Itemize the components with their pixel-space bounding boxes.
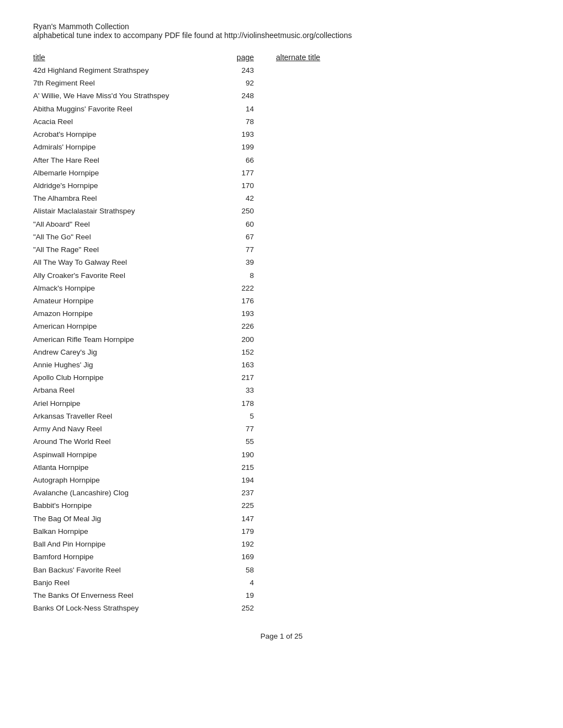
table-row: Autograph Hornpipe194 [33,474,530,486]
tune-page: 243 [210,64,254,77]
table-row: The Alhambra Reel42 [33,192,530,205]
table-row: American Hornpipe226 [33,320,530,333]
tune-title: Ariel Hornpipe [33,397,210,410]
tune-title: Acrobat's Hornpipe [33,128,210,141]
tune-page: 192 [210,538,254,550]
tune-title: American Rifle Team Hornpipe [33,333,210,346]
tune-page: 147 [210,512,254,525]
table-row: After The Hare Reel66 [33,154,530,167]
tune-page: 55 [210,435,254,448]
tune-title: Arbana Reel [33,384,210,397]
tune-page: 60 [210,218,254,231]
tune-title: Almack's Hornpipe [33,282,210,295]
tune-title: Acacia Reel [33,115,210,128]
tune-title: "All The Go" Reel [33,231,210,243]
header-block: Ryan's Mammoth Collection alphabetical t… [33,22,530,40]
tune-title: "All The Rage" Reel [33,243,210,256]
table-row: Avalanche (Lancashire) Clog237 [33,486,530,499]
tune-title: Albemarle Hornpipe [33,167,210,179]
tune-page: 248 [210,89,254,102]
table-row: Aspinwall Hornpipe190 [33,448,530,461]
table-row: Atlanta Hornpipe215 [33,461,530,474]
tune-title: Andrew Carey's Jig [33,346,210,358]
tune-page: 39 [210,256,254,269]
tune-page: 19 [210,589,254,602]
tune-title: Army And Navy Reel [33,422,210,435]
table-row: Ariel Hornpipe178 [33,397,530,410]
tune-title: Atlanta Hornpipe [33,461,210,474]
tune-page: 176 [210,295,254,307]
tune-title: After The Hare Reel [33,154,210,167]
tune-page: 67 [210,231,254,243]
tune-page: 5 [210,410,254,422]
tune-page: 169 [210,550,254,563]
tune-page: 77 [210,243,254,256]
tune-title: Avalanche (Lancashire) Clog [33,486,210,499]
tune-title: The Banks Of Enverness Reel [33,589,210,602]
tune-page: 215 [210,461,254,474]
tune-title: Amazon Hornpipe [33,307,210,320]
tune-title: Admirals' Hornpipe [33,141,210,153]
tune-title: Annie Hughes' Jig [33,358,210,371]
table-row: Admirals' Hornpipe199 [33,141,530,153]
table-row: Ball And Pin Hornpipe192 [33,538,530,550]
tune-title: Ally Croaker's Favorite Reel [33,269,210,282]
tune-page: 222 [210,282,254,295]
tune-title: Banjo Reel [33,576,210,589]
tune-page: 179 [210,525,254,538]
table-row: Bamford Hornpipe169 [33,550,530,563]
collection-subtitle: alphabetical tune index to accompany PDF… [33,31,530,40]
table-row: Acrobat's Hornpipe193 [33,128,530,141]
tune-page: 226 [210,320,254,333]
tune-page: 252 [210,602,254,614]
tune-page: 163 [210,358,254,371]
table-row: Almack's Hornpipe222 [33,282,530,295]
col-title-label: title [33,53,210,62]
tune-title: The Alhambra Reel [33,192,210,205]
col-page-label: page [210,53,254,62]
tune-title: Apollo Club Hornpipe [33,371,210,384]
tune-page: 77 [210,422,254,435]
table-row: Apollo Club Hornpipe217 [33,371,530,384]
table-row: Balkan Hornpipe179 [33,525,530,538]
tune-page: 193 [210,307,254,320]
table-row: Babbit's Hornpipe225 [33,499,530,512]
page-indicator: Page 1 of 25 [261,632,303,640]
tune-title: Aspinwall Hornpipe [33,448,210,461]
tune-page: 217 [210,371,254,384]
tune-title: All The Way To Galway Reel [33,256,210,269]
tune-title: Abitha Muggins' Favorite Reel [33,103,210,115]
tune-title: The Bag Of Meal Jig [33,512,210,525]
tune-page: 8 [210,269,254,282]
table-row: Arkansas Traveller Reel5 [33,410,530,422]
tune-page: 152 [210,346,254,358]
table-row: Acacia Reel78 [33,115,530,128]
table-row: "All The Go" Reel67 [33,231,530,243]
tune-title: "All Aboard" Reel [33,218,210,231]
tune-title: Autograph Hornpipe [33,474,210,486]
tune-page: 66 [210,154,254,167]
table-row: American Rifle Team Hornpipe200 [33,333,530,346]
table-row: The Banks Of Enverness Reel19 [33,589,530,602]
table-row: Albemarle Hornpipe177 [33,167,530,179]
table-row: 42d Highland Regiment Strathspey243 [33,64,530,77]
columns-header: title page alternate title [33,53,530,62]
tune-title: Alistair Maclalastair Strathspey [33,205,210,217]
tune-page: 190 [210,448,254,461]
table-row: Annie Hughes' Jig163 [33,358,530,371]
table-row: All The Way To Galway Reel39 [33,256,530,269]
table-row: Around The World Reel55 [33,435,530,448]
tune-page: 250 [210,205,254,217]
tune-page: 4 [210,576,254,589]
tune-title: Around The World Reel [33,435,210,448]
table-row: Army And Navy Reel77 [33,422,530,435]
tune-title: Bamford Hornpipe [33,550,210,563]
tune-page: 237 [210,486,254,499]
tune-page: 42 [210,192,254,205]
table-row: Abitha Muggins' Favorite Reel14 [33,103,530,115]
tune-title: Balkan Hornpipe [33,525,210,538]
table-row: Andrew Carey's Jig152 [33,346,530,358]
tune-list: 42d Highland Regiment Strathspey2437th R… [33,64,530,614]
tune-title: 42d Highland Regiment Strathspey [33,64,210,77]
collection-title: Ryan's Mammoth Collection [33,22,530,31]
